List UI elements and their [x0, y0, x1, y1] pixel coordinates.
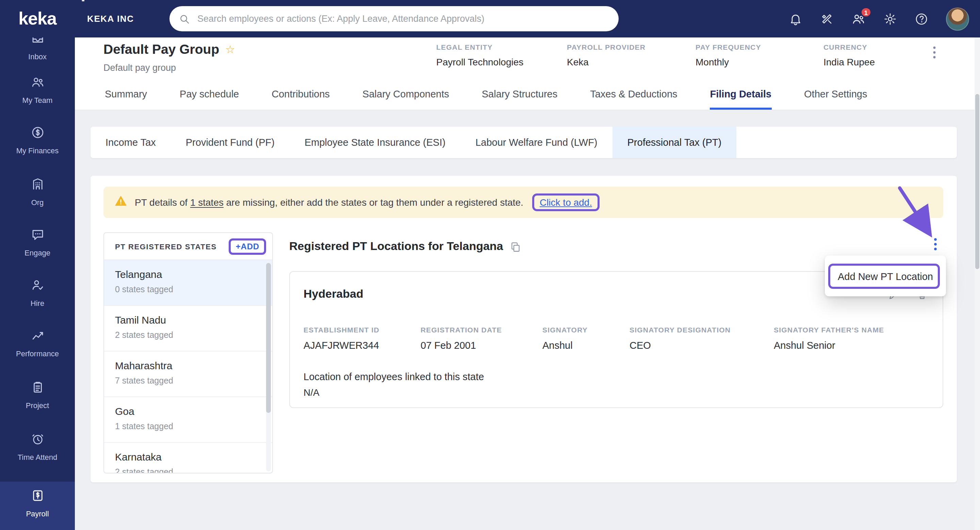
tab-taxes-deductions[interactable]: Taxes & Deductions [590, 79, 677, 110]
keka-logo[interactable]: keka [0, 0, 75, 37]
sidebar-item-performance[interactable]: Performance [0, 328, 75, 358]
tab-salary-components[interactable]: Salary Components [363, 79, 449, 110]
locations-title: Registered PT Locations for Telangana [289, 240, 522, 254]
sidebar-item-my-team[interactable]: My Team [0, 75, 75, 104]
logo-spark-icon [75, 0, 84, 7]
location-fields: ESTABLISHMENT ID AJAFJRWER344 REGISTRATI… [304, 326, 884, 351]
user-avatar[interactable] [946, 7, 969, 30]
annotation-box-add-button: +ADD [229, 238, 266, 254]
linked-employees-value: N/A [304, 387, 320, 398]
menu-item-add-new-pt-location[interactable]: Add New PT Location [838, 271, 933, 282]
search-icon [179, 13, 190, 24]
sidebar-item-label: Org [31, 198, 44, 206]
subtab-income-tax[interactable]: Income Tax [91, 127, 171, 158]
states-scrollbar-thumb[interactable] [266, 263, 271, 413]
sidebar-item-hire[interactable]: Hire [0, 278, 75, 307]
meta-value: Keka [567, 57, 646, 67]
gear-icon[interactable] [883, 12, 897, 26]
state-item-goa[interactable]: Goa 1 states tagged [104, 397, 272, 443]
locations-title-state: Telangana [447, 240, 503, 253]
state-item-telangana[interactable]: Telangana 0 states tagged [104, 260, 272, 306]
click-to-add-link[interactable]: Click to add. [540, 197, 592, 208]
window-scrollbar-track[interactable] [975, 37, 980, 530]
tab-pay-schedule[interactable]: Pay schedule [180, 79, 239, 110]
annotation-box-add-new-pt-location: Add New PT Location [828, 263, 940, 289]
sidebar-item-engage[interactable]: Engage [0, 228, 75, 257]
favorite-star-icon[interactable]: ☆ [225, 43, 235, 56]
warning-banner: PT details of 1 states are missing, eith… [103, 187, 943, 218]
notification-badge: 1 [860, 7, 872, 18]
field-label: SIGNATORY DESIGNATION [630, 326, 774, 334]
field-value: AJAFJRWER344 [304, 340, 421, 351]
sidebar-item-label: Inbox [28, 53, 47, 61]
field-label: ESTABLISHMENT ID [304, 326, 421, 334]
state-tagged-count: 0 states tagged [115, 285, 261, 294]
topbar-actions: 1 [789, 0, 969, 37]
payroll-icon [30, 488, 45, 506]
state-tagged-count: 2 states tagged [115, 330, 261, 340]
meta-payroll-provider: PAYROLL PROVIDER Keka [567, 43, 646, 67]
window-scrollbar-thumb[interactable] [975, 94, 979, 269]
field-signatory-designation: SIGNATORY DESIGNATION CEO [630, 326, 774, 351]
field-value: CEO [630, 340, 774, 351]
subtab-lwf[interactable]: Labour Welfare Fund (LWF) [460, 127, 612, 158]
header-kebab-menu-icon[interactable] [931, 44, 938, 63]
field-establishment-id: ESTABLISHMENT ID AJAFJRWER344 [304, 326, 421, 351]
state-item-maharashtra[interactable]: Maharashtra 7 states tagged [104, 351, 272, 397]
help-icon[interactable] [915, 12, 928, 26]
missing-states-count: 1 states [190, 197, 224, 208]
tab-summary[interactable]: Summary [105, 79, 147, 110]
time-attend-icon [30, 432, 45, 449]
global-search[interactable] [169, 6, 619, 31]
state-name: Tamil Nadu [115, 314, 261, 326]
subtab-esi[interactable]: Employee State Insurance (ESI) [290, 127, 460, 158]
meta-legal-entity: LEGAL ENTITY Payroll Technologies [436, 43, 523, 67]
field-registration-date: REGISTRATION DATE 07 Feb 2001 [421, 326, 542, 351]
logo-text: keka [18, 8, 56, 29]
meta-pay-frequency: PAY FREQUENCY Monthly [695, 43, 761, 67]
meta-value: Payroll Technologies [436, 57, 523, 67]
sidebar-item-label: My Finances [16, 147, 59, 155]
sidebar-item-label: Hire [30, 299, 44, 307]
sidebar: Inbox My Team My Finances Org Engage Hir… [0, 0, 75, 530]
tab-other-settings[interactable]: Other Settings [804, 79, 867, 110]
state-item-tamil-nadu[interactable]: Tamil Nadu 2 states tagged [104, 306, 272, 351]
sidebar-item-my-finances[interactable]: My Finances [0, 125, 75, 155]
state-item-karnataka[interactable]: Karnataka 2 states tagged [104, 443, 272, 473]
sidebar-item-label: Engage [24, 249, 50, 257]
pt-registered-states-panel: PT REGISTERED STATES +ADD Telangana 0 st… [103, 232, 273, 473]
org-icon [30, 177, 45, 194]
sidebar-item-label: My Team [22, 96, 53, 104]
field-value: Anshul [542, 340, 630, 351]
copy-icon[interactable] [510, 241, 522, 252]
bell-icon[interactable] [789, 12, 802, 26]
sidebar-item-payroll[interactable]: Payroll [0, 482, 75, 530]
sidebar-item-org[interactable]: Org [0, 177, 75, 206]
field-signatory: SIGNATORY Anshul [542, 326, 630, 351]
state-name: Maharashtra [115, 360, 261, 371]
subtab-professional-tax[interactable]: Professional Tax (PT) [612, 127, 737, 158]
page-header: Default Pay Group ☆ Default pay group LE… [75, 37, 980, 110]
sidebar-item-time-attend[interactable]: Time Attend [0, 432, 75, 461]
sidebar-item-project[interactable]: Project [0, 380, 75, 409]
field-signatory-fathers-name: SIGNATORY FATHER'S NAME Anshul Senior [774, 326, 884, 351]
field-label: SIGNATORY [542, 326, 630, 334]
tab-filing-details[interactable]: Filing Details [710, 79, 772, 110]
search-input[interactable] [196, 13, 609, 24]
tab-salary-structures[interactable]: Salary Structures [482, 79, 557, 110]
field-label: SIGNATORY FATHER'S NAME [774, 326, 884, 334]
tools-icon[interactable] [820, 12, 834, 26]
performance-icon [30, 328, 45, 345]
linked-employees-label: Location of employees linked to this sta… [304, 371, 484, 382]
finances-icon [30, 125, 45, 142]
add-state-button[interactable]: +ADD [236, 241, 259, 251]
tab-contributions[interactable]: Contributions [272, 79, 330, 110]
states-panel-title: PT REGISTERED STATES [115, 242, 217, 251]
field-value: Anshul Senior [774, 340, 884, 351]
hire-icon [30, 278, 45, 295]
people-icon[interactable]: 1 [851, 11, 865, 26]
engage-icon [30, 228, 45, 244]
subtab-provident-fund[interactable]: Provident Fund (PF) [171, 127, 290, 158]
pay-group-title: Default Pay Group [103, 42, 219, 57]
locations-kebab-menu-icon[interactable] [932, 236, 939, 255]
